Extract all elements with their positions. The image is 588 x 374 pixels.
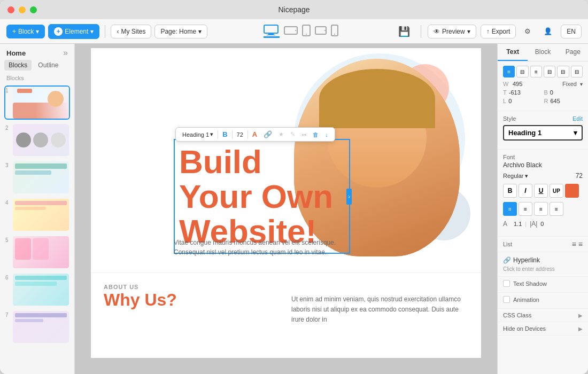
thumb-img-3 <box>13 161 69 193</box>
heading-text-box[interactable]: BuildYour OwnWebsite! <box>174 139 350 254</box>
page-thumb-4[interactable]: 4 <box>4 198 70 232</box>
align-top-btn[interactable]: ⊟ <box>544 66 555 77</box>
plus-icon: + <box>12 28 16 35</box>
page-thumb-3[interactable]: 3 <box>4 160 70 194</box>
lang-label: EN <box>567 28 576 35</box>
add-block-button[interactable]: + Block ▾ <box>6 25 45 38</box>
uppercase-fmt-btn[interactable]: UP <box>550 184 563 198</box>
text-shadow-checkbox[interactable] <box>503 280 510 287</box>
hide-on-devices-section[interactable]: Hide on Devices ▶ <box>498 322 588 336</box>
toolbar-right: 💾 👁 Preview ▾ ↑ Export ⚙ 👤 EN <box>394 23 582 40</box>
mobile-landscape-icon[interactable] <box>315 26 327 37</box>
settings-button[interactable]: ⚙ <box>520 25 535 38</box>
bold-button[interactable]: B <box>220 129 229 139</box>
link-button[interactable]: 🔗 <box>261 129 274 139</box>
page-thumb-1[interactable]: 1 <box>4 85 70 120</box>
l-value[interactable]: 0 <box>508 98 512 104</box>
export-button[interactable]: ↑ Export <box>481 25 516 38</box>
text-align-left-btn[interactable]: ≡ <box>503 202 517 216</box>
t-value[interactable]: -613 <box>509 89 521 96</box>
save-button[interactable]: 💾 <box>394 23 414 40</box>
align-center-v-btn[interactable]: ⊟ <box>557 66 569 77</box>
text-align-center-btn[interactable]: ≡ <box>519 202 532 216</box>
text-format-toolbar: Heading 1 ▾ B 72 A 🔗 ★ ✎ ··· 🗑 <box>175 127 335 142</box>
minimize-button[interactable] <box>19 6 26 13</box>
selection-handle[interactable] <box>346 189 352 205</box>
color-swatch-btn[interactable] <box>565 184 579 198</box>
page-thumb-2[interactable]: 2 <box>4 123 70 157</box>
collapse-icon[interactable]: » <box>63 48 68 58</box>
r-label: R <box>544 98 548 104</box>
sidebar-tab-blocks[interactable]: Blocks <box>4 60 32 71</box>
page-thumb-6[interactable]: 6 <box>4 272 70 307</box>
sidebar-tab-outline[interactable]: Outline <box>34 60 63 71</box>
font-color-button[interactable]: A <box>250 129 259 139</box>
chevron-down-icon-6: ▾ <box>574 129 577 137</box>
underline-fmt-btn[interactable]: U <box>534 184 548 198</box>
thumb-img-7 <box>13 311 69 343</box>
ordered-list-btn[interactable]: ≡ <box>578 240 583 248</box>
hero-section: Heading 1 ▾ B 72 A 🔗 ★ ✎ ··· 🗑 <box>91 48 481 272</box>
move-down-button[interactable]: ↓ <box>323 130 330 139</box>
b-value[interactable]: 0 <box>550 89 553 96</box>
about-left: ABOUT US Why Us? <box>104 284 281 325</box>
preview-button[interactable]: 👁 Preview ▾ <box>428 25 476 38</box>
text-align-justify-btn[interactable]: ≡ <box>550 202 563 216</box>
font-style-row: Regular ▾ 72 <box>503 172 583 180</box>
style-edit-link[interactable]: Edit <box>572 115 583 122</box>
align-left-btn[interactable]: ≡ <box>503 66 515 77</box>
bold-fmt-btn[interactable]: B <box>503 184 517 198</box>
lang-button[interactable]: EN <box>561 25 582 38</box>
css-class-section[interactable]: CSS Class ▶ <box>498 309 588 322</box>
close-button[interactable] <box>7 6 14 13</box>
align-center-h-btn[interactable]: ⊟ <box>516 66 528 77</box>
delete-button[interactable]: 🗑 <box>311 130 321 139</box>
letter-spacing-value[interactable]: 0 <box>540 221 544 227</box>
nav-back-button[interactable]: ‹ My Sites <box>111 25 151 38</box>
maximize-button[interactable] <box>30 6 37 13</box>
heading-style-label: Heading 1 <box>508 129 541 137</box>
page-num-3: 3 <box>5 161 13 193</box>
tab-page[interactable]: Page <box>558 44 588 61</box>
page-thumb-7[interactable]: 7 <box>4 310 70 344</box>
page-label: Page: Home <box>160 28 196 35</box>
hyperlink-label[interactable]: Hyperlink <box>513 256 540 264</box>
fixed-dropdown[interactable]: ▾ <box>580 81 583 87</box>
star-button[interactable]: ★ <box>276 130 286 139</box>
animation-checkbox[interactable] <box>503 296 510 303</box>
tablet-landscape-icon[interactable] <box>284 25 298 38</box>
page-selector-button[interactable]: Page: Home ▾ <box>154 25 207 38</box>
align-right-btn[interactable]: ≡ <box>530 66 542 77</box>
mobile-portrait-icon[interactable] <box>331 25 338 38</box>
hyperlink-placeholder[interactable]: Click to enter address <box>503 266 583 272</box>
heading-selector[interactable]: Heading 1 ▾ <box>180 130 215 139</box>
font-size-value[interactable]: 72 <box>576 172 583 180</box>
list-section: List ≡ ≡ <box>498 237 588 252</box>
tab-text[interactable]: Text <box>498 44 528 61</box>
text-align-right-btn[interactable]: ≡ <box>534 202 548 216</box>
width-value[interactable]: 495 <box>513 81 559 87</box>
line-height-value[interactable]: 1.1 <box>514 221 522 227</box>
more-button[interactable]: ··· <box>299 130 308 139</box>
hide-on-devices-label: Hide on Devices <box>503 325 546 332</box>
plus-circle-icon: + <box>54 27 63 36</box>
desktop-icon[interactable] <box>264 25 280 38</box>
font-style-select[interactable]: Regular ▾ <box>503 173 528 180</box>
page-thumb-5[interactable]: 5 <box>4 235 70 269</box>
tab-block[interactable]: Block <box>528 44 558 61</box>
edit-button[interactable]: ✎ <box>288 130 297 139</box>
r-value[interactable]: 645 <box>550 98 560 104</box>
canvas-area[interactable]: Heading 1 ▾ B 72 A 🔗 ★ ✎ ··· 🗑 <box>75 44 497 374</box>
device-icons <box>264 25 338 38</box>
app-title: Nicepage <box>278 5 310 14</box>
account-button[interactable]: 👤 <box>539 25 556 38</box>
sep-1 <box>218 130 218 139</box>
unordered-list-btn[interactable]: ≡ <box>572 240 576 248</box>
heading-style-select[interactable]: Heading 1 ▾ <box>503 125 583 141</box>
add-element-button[interactable]: + Element ▾ <box>48 24 99 39</box>
hyperlink-section: 🔗 Hyperlink Click to enter address <box>498 252 588 277</box>
italic-fmt-btn[interactable]: I <box>519 184 532 198</box>
list-buttons: ≡ ≡ <box>572 240 583 248</box>
align-bottom-btn[interactable]: ⊟ <box>571 66 583 77</box>
tablet-portrait-icon[interactable] <box>302 25 311 38</box>
